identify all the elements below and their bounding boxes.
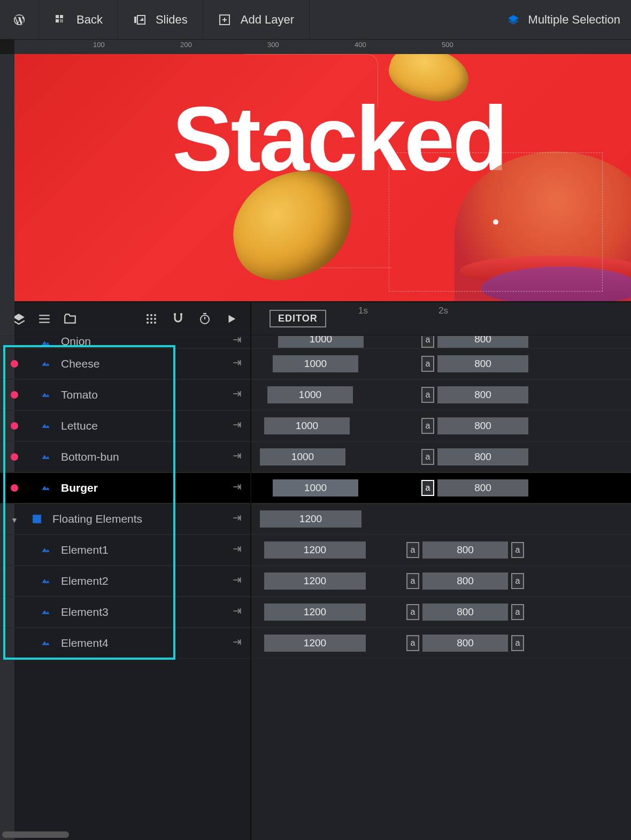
slides-button[interactable]: Slides [118,0,203,39]
timeline-row[interactable]: 1200a800a [251,534,631,566]
animation-a-tag[interactable]: a [406,604,419,620]
timeline-row[interactable]: 1000a800 [251,441,631,472]
goto-end-icon[interactable] [230,450,244,464]
animation-bar[interactable]: 1000 [264,417,350,434]
animation-bar[interactable]: 800 [422,635,508,652]
animation-bar[interactable]: 1200 [264,541,366,559]
svg-marker-36 [46,363,50,366]
layer-row-cheese[interactable]: Cheese [0,348,250,379]
add-layer-button[interactable]: Add Layer [203,0,310,39]
folder-view-icon[interactable] [62,311,78,327]
timeline-row[interactable]: 1200 [251,503,631,534]
selection-box[interactable] [389,152,603,292]
timer-icon[interactable] [197,311,213,327]
layer-row-element4[interactable]: Element4 [0,628,250,659]
animation-a-tag[interactable]: a [511,573,524,589]
layer-row-element3[interactable]: Element3 [0,597,250,628]
animation-bar[interactable]: 1200 [264,604,366,621]
timeline-row[interactable]: 1200a800a [251,566,631,597]
goto-end-icon[interactable] [230,606,244,619]
animation-bar[interactable]: 800 [437,386,528,403]
timeline-row[interactable]: 1000a800 [251,379,631,410]
goto-end-icon[interactable] [230,513,244,526]
svg-marker-44 [46,425,50,428]
editor-mode-button[interactable]: EDITOR [270,310,326,327]
animation-bar[interactable]: 800 [422,604,508,621]
wordpress-logo-button[interactable] [0,0,39,39]
animation-a-tag[interactable]: a [511,604,524,620]
layer-label: Bottom-bun [61,450,119,463]
goto-end-icon[interactable] [230,544,244,557]
layer-row-lettuce[interactable]: Lettuce [0,410,250,441]
top-toolbar: Back Slides Add Layer Multiple Selection [0,0,631,40]
timeline-row[interactable]: 1200a800a [251,597,631,628]
goto-end-icon[interactable] [230,357,244,371]
animation-bar[interactable]: 800 [437,417,528,434]
animation-a-tag[interactable]: a [511,542,524,558]
timeline-row[interactable]: 1000a800 [251,410,631,441]
image-icon [39,576,53,586]
layer-row-element2[interactable]: Element2 [0,566,250,597]
add-layer-icon [218,13,231,26]
animation-bar[interactable]: 1200 [260,510,361,528]
animation-bar[interactable]: 800 [437,479,528,497]
layer-row-floating-elements[interactable]: ▼AFloating Elements [0,503,250,534]
svg-marker-71 [42,641,47,645]
animation-bar[interactable]: 800 [437,355,528,372]
animation-bar[interactable]: 1000 [273,479,358,497]
layer-row-burger[interactable]: Burger [0,472,250,503]
play-icon[interactable] [224,311,240,327]
selection-handle[interactable] [493,219,498,225]
goto-end-icon[interactable] [230,419,244,433]
snap-grid-icon[interactable] [143,311,159,327]
magnet-icon[interactable] [170,311,186,327]
animation-bar[interactable]: 1200 [264,635,366,652]
animation-a-tag[interactable]: a [421,418,434,434]
svg-marker-64 [46,581,50,583]
animation-a-tag[interactable]: a [406,573,419,589]
animation-bar[interactable]: 800 [437,335,528,348]
image-icon [39,338,53,348]
multiple-selection-button[interactable]: Multiple Selection [496,13,631,27]
animation-bar[interactable]: 1000 [273,355,358,372]
chevron-down-icon[interactable]: ▼ [11,516,18,524]
goto-end-icon[interactable] [230,575,244,588]
timeline-row[interactable]: 1000a800 [251,348,631,379]
animation-a-tag[interactable]: a [421,480,434,496]
multiple-selection-label: Multiple Selection [528,13,620,27]
horizontal-scrollbar[interactable] [2,831,69,838]
animation-bar[interactable]: 1000 [260,448,345,465]
image-icon [39,607,53,617]
animation-a-tag[interactable]: a [421,356,434,372]
animation-bar[interactable]: 1000 [278,335,364,348]
back-button[interactable]: Back [39,0,118,39]
goto-end-icon[interactable] [230,335,244,348]
animation-bar[interactable]: 800 [422,541,508,559]
animation-bar[interactable]: 800 [437,448,528,465]
goto-end-icon[interactable] [230,637,244,650]
slide-canvas[interactable]: Stacked [14,54,631,301]
animation-bar[interactable]: 1000 [267,386,353,403]
layer-row-tomato[interactable]: Tomato [0,379,250,410]
timeline-row[interactable]: 1200a800a [251,628,631,659]
timeline-row[interactable]: 1000a800 [251,335,631,348]
list-view-icon[interactable] [36,311,52,327]
image-icon [39,452,53,462]
svg-marker-32 [46,342,50,345]
animation-a-tag[interactable]: a [406,542,419,558]
animation-a-tag[interactable]: a [421,449,434,465]
goto-end-icon[interactable] [230,388,244,402]
animation-a-tag[interactable]: a [406,635,419,651]
layer-row-bottom-bun[interactable]: Bottom-bun [0,441,250,472]
animation-bar[interactable]: 1200 [264,572,366,590]
timeline-row[interactable]: 1000a800 [251,472,631,503]
svg-marker-52 [46,487,50,490]
layer-row-onion[interactable]: Onion [0,335,250,348]
goto-end-icon[interactable] [230,482,244,495]
animation-a-tag[interactable]: a [421,387,434,403]
svg-marker-43 [42,424,47,428]
layer-row-element1[interactable]: Element1 [0,534,250,566]
animation-bar[interactable]: 800 [422,572,508,590]
animation-a-tag[interactable]: a [421,335,434,348]
animation-a-tag[interactable]: a [511,635,524,651]
